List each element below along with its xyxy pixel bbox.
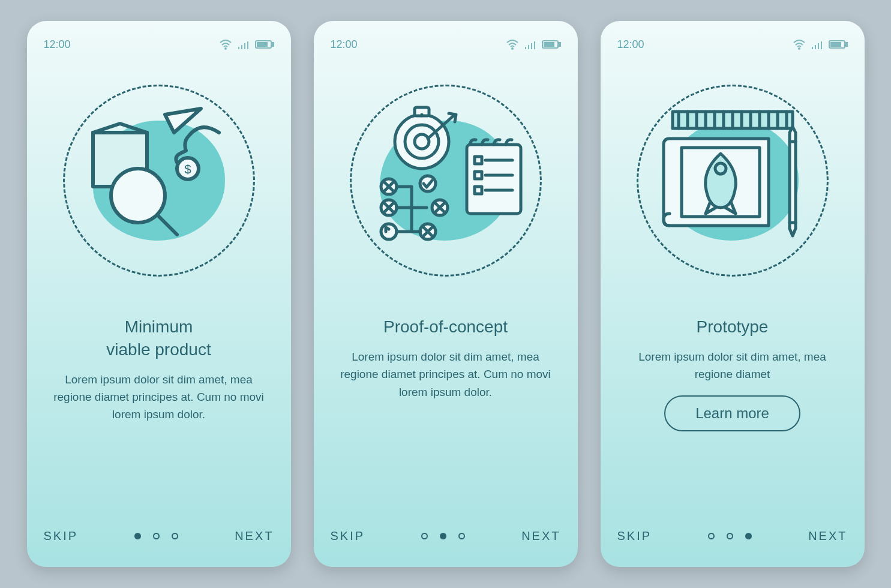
page-indicator	[421, 533, 465, 539]
screen-body: Lorem ipsum dolor sit dim amet, mea regi…	[617, 348, 848, 383]
battery-icon	[255, 39, 274, 50]
status-bar: 12:00	[331, 34, 561, 55]
svg-rect-2	[272, 43, 274, 46]
status-time: 12:00	[44, 38, 71, 51]
svg-point-12	[395, 115, 449, 169]
dot-3[interactable]	[172, 533, 178, 539]
signal-icon	[524, 39, 537, 50]
footer-nav: SKIP NEXT	[44, 529, 274, 554]
wifi-icon	[793, 39, 806, 50]
illustration-poc	[331, 64, 561, 298]
dot-2[interactable]	[440, 533, 446, 539]
svg-rect-28	[845, 43, 847, 46]
status-icons	[506, 39, 561, 50]
signal-icon	[811, 39, 824, 50]
dot-2[interactable]	[727, 533, 733, 539]
screen-title: Proof-of-concept	[331, 316, 561, 338]
status-bar: 12:00	[44, 34, 274, 55]
poc-icon	[362, 97, 530, 265]
svg-rect-10	[559, 43, 560, 46]
battery-icon	[542, 39, 561, 50]
wifi-icon	[506, 39, 519, 50]
page-indicator	[134, 533, 178, 539]
onboarding-screen-1: 12:00 $ Minimumviable product Lorem ipsu…	[27, 21, 291, 567]
status-time: 12:00	[331, 38, 358, 51]
wifi-icon	[219, 39, 232, 50]
screen-title: Minimumviable product	[44, 316, 274, 361]
next-button[interactable]: NEXT	[521, 529, 560, 543]
learn-more-button[interactable]: Learn more	[664, 395, 800, 431]
skip-button[interactable]: SKIP	[331, 529, 365, 543]
status-icons	[793, 39, 848, 50]
status-icons	[219, 39, 274, 50]
svg-rect-29	[831, 43, 841, 46]
onboarding-screen-3: 12:00 Prototype Lorem ipsum dolor s	[601, 21, 865, 567]
mvp-icon: $	[81, 103, 237, 259]
svg-point-26	[799, 48, 800, 49]
footer-nav: SKIP NEXT	[617, 529, 848, 554]
skip-button[interactable]: SKIP	[44, 529, 79, 543]
screen-body: Lorem ipsum dolor sit dim amet, mea regi…	[331, 348, 561, 401]
dot-1[interactable]	[134, 533, 141, 539]
prototype-icon	[649, 97, 817, 265]
svg-point-0	[225, 48, 226, 49]
screen-title: Prototype	[617, 316, 848, 338]
onboarding-screen-2: 12:00	[314, 21, 578, 567]
screen-body: Lorem ipsum dolor sit dim amet, mea regi…	[44, 371, 274, 424]
battery-icon	[829, 39, 848, 50]
svg-text:$: $	[184, 163, 191, 176]
next-button[interactable]: NEXT	[235, 529, 274, 543]
illustration-prototype	[617, 64, 848, 298]
dot-2[interactable]	[153, 533, 160, 539]
dot-1[interactable]	[421, 533, 428, 539]
status-time: 12:00	[617, 38, 644, 51]
skip-button[interactable]: SKIP	[617, 529, 652, 543]
svg-point-8	[512, 48, 513, 49]
footer-nav: SKIP NEXT	[331, 529, 561, 554]
dot-3[interactable]	[745, 533, 752, 539]
dot-1[interactable]	[708, 533, 715, 539]
svg-point-22	[381, 224, 397, 239]
status-bar: 12:00	[617, 34, 848, 55]
page-indicator	[708, 533, 752, 539]
next-button[interactable]: NEXT	[808, 529, 847, 543]
dot-3[interactable]	[458, 533, 465, 539]
signal-icon	[237, 39, 250, 50]
svg-rect-11	[544, 43, 554, 46]
illustration-mvp: $	[44, 64, 274, 298]
svg-rect-3	[257, 43, 267, 46]
